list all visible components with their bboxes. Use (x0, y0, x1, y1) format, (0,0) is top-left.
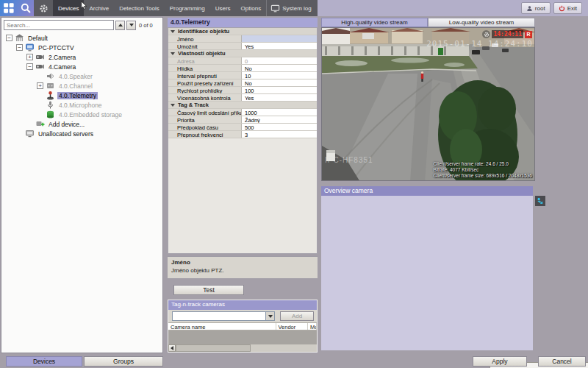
search-input[interactable] (4, 20, 114, 30)
property-row-jm-no: Jméno (168, 35, 317, 43)
collapse-icon[interactable]: − (26, 63, 33, 70)
property-value[interactable]: 0 (242, 57, 317, 64)
property-row-priorita: PrioritaŽádný (168, 116, 317, 124)
property-value[interactable]: No (242, 65, 317, 71)
tree-item-pc-ptcctv[interactable]: −PC-PTCCTV (1, 43, 162, 52)
property-section-vlastnosti-objektu[interactable]: Vlastnosti objektu (168, 50, 317, 57)
menu-tab-users[interactable]: Users (210, 0, 236, 16)
property-grid: Identifikace objektuJménoUmožnitYesVlast… (168, 27, 318, 254)
telemetry-icon (46, 91, 55, 100)
tree-item-default[interactable]: −Default (1, 33, 162, 43)
column-model[interactable]: Mo (308, 323, 317, 330)
toolbar-filler (318, 0, 521, 16)
tree-item-4-camera[interactable]: −4.Camera (1, 62, 162, 71)
horizontal-scrollbar[interactable] (168, 344, 317, 352)
collapse-icon[interactable]: − (6, 35, 12, 41)
tree-item-label[interactable]: 4.0.Microphone (57, 102, 104, 109)
menu-tab-devices[interactable]: Devices (53, 0, 84, 16)
footer-tab-groups[interactable]: Groups (84, 356, 163, 367)
property-value[interactable]: Yes (242, 43, 317, 49)
section-label: Identifikace objektu (178, 28, 229, 35)
property-section-tag-track[interactable]: Tag & Track (168, 102, 317, 109)
camera-table-header: Camera name Vendor Mo (168, 322, 317, 330)
device-tree: −Default−PC-PTCCTV+2.Camera−4.Camera4.0.… (1, 32, 162, 138)
tree-item-label[interactable]: 4.0.Embedded storage (57, 111, 123, 118)
search-next-button[interactable] (126, 21, 136, 30)
property-value[interactable]: 500 (242, 124, 317, 130)
expand-icon[interactable]: + (26, 54, 33, 60)
tree-item-label[interactable]: 4.Camera (47, 63, 77, 71)
tree-item-label[interactable]: 4.0.Telemetry (57, 92, 98, 99)
tree-item-2-camera[interactable]: +2.Camera (1, 52, 162, 62)
column-camera-name[interactable]: Camera name (168, 323, 276, 330)
tree-item-label[interactable]: Default (26, 35, 49, 42)
property-row-v-cen-sobn-kontrola: Vícenásobná kontrolaYes (168, 94, 317, 102)
tag-n-track-header: Tag-n-track cameras (168, 300, 317, 310)
root-user-button[interactable]: root (521, 2, 551, 14)
property-value[interactable]: No (242, 79, 317, 86)
tree-item-4-0-channel[interactable]: +4.0.Channel (1, 81, 162, 91)
property-name: Interval přepnutí (168, 72, 242, 79)
search-icon[interactable] (20, 2, 32, 14)
tree-item-label[interactable]: PC-PTCCTV (37, 44, 76, 52)
menu-tab-programming[interactable]: Programming (165, 0, 210, 16)
tree-item-label[interactable]: Unallocated servers (37, 130, 95, 138)
tree-item-4-0-telemetry[interactable]: 4.0.Telemetry (1, 91, 162, 100)
tab-high-quality-stream[interactable]: High-quality video stream (321, 18, 428, 27)
stream-stat-line: Bitrate: 4077 Kbit/sec (434, 167, 532, 173)
application-window: DevicesArchiveDetection ToolsProgramming… (0, 0, 588, 368)
collapse-icon[interactable]: − (16, 44, 23, 51)
ptz-tracking-icon[interactable] (535, 196, 545, 206)
video-stream-view[interactable]: 14:24:11 R 2015-01-14 14:24:10 IPC-HF835… (321, 27, 535, 181)
property-value[interactable]: 1000 (242, 109, 317, 116)
properties-panel-title: 4.0.Telemetry (168, 18, 318, 27)
property-name: Priorita (168, 116, 242, 123)
chevron-down-icon (171, 52, 175, 55)
scrollbar-thumb[interactable] (176, 344, 251, 352)
overview-camera-area (321, 196, 533, 350)
property-value[interactable]: 100 (242, 87, 317, 93)
tree-item-4-0-speaker[interactable]: 4.0.Speaker (1, 71, 162, 81)
tree-item-4-0-microphone[interactable]: 4.0.Microphone (1, 100, 162, 110)
property-section-identifikace-objektu[interactable]: Identifikace objektu (168, 28, 317, 35)
microphone-icon (46, 100, 55, 110)
tree-item-add-device[interactable]: Add device... (1, 119, 162, 129)
tree-item-label[interactable]: 4.0.Speaker (57, 73, 94, 80)
property-row-p-edpoklad-asu: Předpoklad času500 (168, 124, 317, 131)
exit-button[interactable]: Exit (553, 2, 582, 14)
recording-badge: R (525, 31, 532, 38)
tree-item-unallocated-servers[interactable]: Unallocated servers (1, 129, 162, 138)
tree-item-label[interactable]: 2.Camera (47, 54, 77, 61)
tree-item-4-0-embedded-storage[interactable]: 4.0.Embedded storage (1, 110, 162, 119)
menu-tab-archive[interactable]: Archive (84, 0, 114, 16)
property-value[interactable]: Žádný (242, 116, 317, 123)
add-camera-button[interactable]: Add (280, 311, 314, 321)
speaker-icon (46, 71, 55, 81)
menu-tab-detection-tools[interactable]: Detection Tools (114, 0, 165, 16)
osd-settings-gear-icon[interactable] (482, 30, 490, 38)
tree-item-label[interactable]: Add device... (47, 121, 86, 128)
search-prev-button[interactable] (115, 21, 125, 30)
cancel-button[interactable]: Cancel (538, 356, 586, 367)
apply-button[interactable]: Apply (473, 356, 527, 367)
tree-item-label[interactable]: 4.0.Channel (57, 82, 94, 90)
camera-model-watermark: IPC-HF8351 (325, 156, 373, 164)
menu-tab-options[interactable]: Options (236, 0, 267, 16)
test-button[interactable]: Test (173, 285, 244, 295)
property-name: Hlídka (168, 65, 242, 71)
settings-gear-icon[interactable] (34, 0, 53, 16)
column-vendor[interactable]: Vendor (276, 323, 309, 330)
property-value[interactable]: Yes (242, 94, 317, 101)
tab-low-quality-stream[interactable]: Low-quality video stream (428, 18, 535, 27)
property-value[interactable] (242, 35, 317, 42)
expand-icon[interactable]: + (37, 82, 43, 89)
camera-select-dropdown[interactable] (172, 311, 275, 321)
layouts-grid-icon[interactable] (3, 2, 15, 14)
scroll-left-icon[interactable] (168, 344, 176, 352)
property-value[interactable]: 3 (242, 131, 317, 138)
property-value[interactable]: 10 (242, 72, 317, 79)
add-device-icon (35, 119, 45, 129)
dropdown-arrow-icon[interactable] (265, 312, 274, 320)
system-log-tab[interactable]: System log (266, 0, 318, 16)
footer-tab-devices[interactable]: Devices (6, 356, 82, 367)
